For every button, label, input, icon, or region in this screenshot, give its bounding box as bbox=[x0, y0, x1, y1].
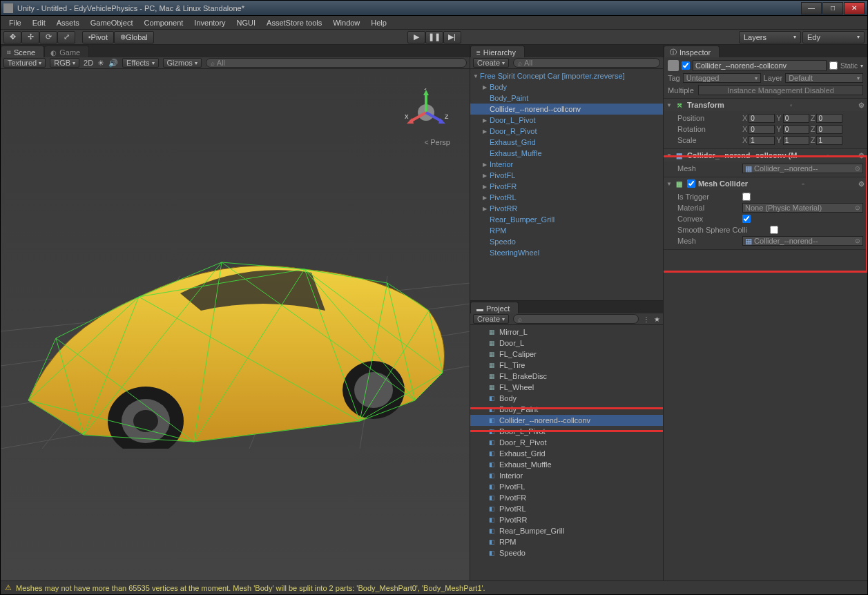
project-item[interactable]: ◧PivotRR bbox=[470, 514, 663, 525]
close-button[interactable]: ✕ bbox=[844, 2, 865, 14]
hierarchy-item[interactable]: RPM bbox=[470, 225, 663, 236]
scale-tool[interactable]: ⤢ bbox=[57, 31, 75, 43]
smooth-checkbox[interactable] bbox=[770, 226, 778, 234]
projection-label[interactable]: < Persp bbox=[425, 138, 450, 146]
project-item[interactable]: ◧Exhaust_Muffle bbox=[470, 459, 663, 470]
hierarchy-item[interactable]: Exhaust_Muffle bbox=[470, 148, 663, 159]
layers-dropdown[interactable]: Layers bbox=[739, 31, 801, 43]
2d-toggle[interactable]: 2D bbox=[84, 59, 93, 67]
hierarchy-search[interactable]: All bbox=[513, 58, 660, 68]
hierarchy-root[interactable]: ▼Free Spirit Concept Car [importer.zreve… bbox=[470, 70, 663, 81]
hierarchy-create[interactable]: Create bbox=[473, 58, 509, 68]
project-item[interactable]: ◧Body bbox=[470, 393, 663, 404]
tab-game[interactable]: ◐Game bbox=[44, 46, 89, 57]
project-item[interactable]: ◧Interior bbox=[470, 470, 663, 481]
hierarchy-item[interactable]: Collider_--norend--collconv bbox=[470, 104, 663, 115]
gizmos-dropdown[interactable]: Gizmos bbox=[163, 58, 202, 68]
menu-gameobject[interactable]: GameObject bbox=[86, 17, 137, 28]
project-item[interactable]: ◧Speedo bbox=[470, 547, 663, 558]
hierarchy-item[interactable]: ▶PivotFL bbox=[470, 170, 663, 181]
meshcollider-enabled[interactable] bbox=[687, 179, 695, 188]
hierarchy-item[interactable]: Speedo bbox=[470, 236, 663, 247]
active-checkbox[interactable] bbox=[682, 61, 690, 70]
hierarchy-item[interactable]: ▶Interior bbox=[470, 159, 663, 170]
play-button[interactable]: ▶ bbox=[407, 31, 425, 43]
hierarchy-item[interactable]: Body_Paint bbox=[470, 92, 663, 104]
titlebar[interactable]: Unity - Untitled - EdyVehiclePhysics - P… bbox=[1, 1, 867, 16]
statusbar[interactable]: ⚠ Meshes may not have more than 65535 ve… bbox=[1, 581, 867, 594]
menu-inventory[interactable]: Inventory bbox=[190, 17, 229, 28]
menu-ngui[interactable]: NGUI bbox=[233, 17, 260, 28]
gameobject-icon[interactable] bbox=[668, 60, 679, 71]
scene-view[interactable]: y x z < Persp bbox=[1, 69, 470, 581]
pos-x[interactable] bbox=[749, 114, 775, 123]
menu-file[interactable]: File bbox=[5, 17, 26, 28]
rot-x[interactable] bbox=[749, 125, 775, 134]
gear-icon[interactable]: ⚙ bbox=[858, 101, 865, 109]
convex-checkbox[interactable] bbox=[742, 215, 751, 223]
help-icon[interactable]: ▫ bbox=[827, 152, 829, 159]
project-list[interactable]: ▦Mirror_L▦Door_L▦FL_Caliper▦FL_Tire▦FL_B… bbox=[470, 325, 663, 581]
project-item[interactable]: ◧PivotRL bbox=[470, 503, 663, 514]
menu-window[interactable]: Window bbox=[329, 17, 364, 28]
orientation-gizmo[interactable]: y x z bbox=[402, 88, 450, 137]
menu-component[interactable]: Component bbox=[139, 17, 187, 28]
step-button[interactable]: ▶| bbox=[443, 31, 461, 43]
hierarchy-list[interactable]: ▼Free Spirit Concept Car [importer.zreve… bbox=[470, 69, 663, 300]
light-toggle[interactable]: ☀ bbox=[97, 59, 104, 68]
project-item[interactable]: ◧Door_R_Pivot bbox=[470, 437, 663, 448]
project-item[interactable]: ▦FL_Caliper bbox=[470, 349, 663, 360]
scene-search[interactable]: All bbox=[206, 58, 467, 68]
project-item[interactable]: ▦FL_Tire bbox=[470, 360, 663, 371]
project-item[interactable]: ▦FL_Wheel bbox=[470, 382, 663, 393]
gear-icon[interactable]: ⚙ bbox=[858, 152, 865, 159]
rot-y[interactable] bbox=[783, 125, 809, 134]
effects-dropdown[interactable]: Effects bbox=[122, 58, 158, 68]
mesh-field[interactable]: ▦Collider_--norend-- bbox=[742, 164, 863, 173]
project-item[interactable]: ▦Door_L bbox=[470, 338, 663, 349]
pause-button[interactable]: ❚❚ bbox=[425, 31, 443, 43]
hierarchy-item[interactable]: SteeringWheel bbox=[470, 247, 663, 258]
tab-scene[interactable]: ⌗Scene bbox=[1, 46, 44, 57]
project-item[interactable]: ◧Rear_Bumper_Grill bbox=[470, 525, 663, 536]
render-dropdown[interactable]: RGB bbox=[50, 58, 79, 68]
project-create[interactable]: Create bbox=[473, 314, 509, 324]
scale-z[interactable] bbox=[816, 136, 842, 145]
shading-dropdown[interactable]: Textured bbox=[3, 58, 46, 68]
name-field[interactable] bbox=[693, 60, 827, 71]
project-item[interactable]: ◧Door_L_Pivot bbox=[470, 426, 663, 437]
menu-help[interactable]: Help bbox=[367, 17, 391, 28]
meshfilter-header[interactable]: ▼ ▦ Collider_--norend--collconv (M ▫ ⚙ bbox=[664, 149, 867, 162]
project-item[interactable]: ▦FL_BrakeDisc bbox=[470, 371, 663, 382]
menu-assets[interactable]: Assets bbox=[52, 17, 84, 28]
hierarchy-item[interactable]: ▶Door_L_Pivot bbox=[470, 115, 663, 126]
tab-inspector[interactable]: ⓘInspector bbox=[664, 46, 720, 57]
pos-z[interactable] bbox=[816, 114, 842, 123]
tab-hierarchy[interactable]: ≡Hierarchy bbox=[470, 46, 525, 57]
help-icon[interactable]: ▫ bbox=[790, 101, 793, 109]
static-checkbox[interactable] bbox=[829, 61, 838, 70]
gear-icon[interactable]: ⚙ bbox=[858, 180, 865, 188]
hierarchy-item[interactable]: ▶PivotRR bbox=[470, 203, 663, 214]
scale-x[interactable] bbox=[749, 136, 775, 145]
hierarchy-item[interactable]: ▶Body bbox=[470, 81, 663, 92]
global-toggle[interactable]: ⊕ Global bbox=[114, 31, 154, 43]
hierarchy-item[interactable]: ▶PivotRL bbox=[470, 192, 663, 203]
transform-header[interactable]: ▼ ⤧ Transform ▫ ⚙ bbox=[664, 99, 867, 111]
project-search[interactable] bbox=[513, 314, 639, 324]
static-dropdown-icon[interactable]: ▾ bbox=[860, 63, 863, 69]
layout-dropdown[interactable]: Edy bbox=[802, 31, 865, 43]
project-item[interactable]: ▦Mirror_L bbox=[470, 326, 663, 338]
collmesh-field[interactable]: ▦Collider_--norend-- bbox=[742, 236, 863, 246]
rot-z[interactable] bbox=[816, 125, 842, 134]
scale-y[interactable] bbox=[783, 136, 809, 145]
menu-edit[interactable]: Edit bbox=[28, 17, 50, 28]
hierarchy-item[interactable]: ▶Door_R_Pivot bbox=[470, 126, 663, 137]
help-icon[interactable]: ▫ bbox=[802, 180, 804, 188]
hand-tool[interactable]: ✥ bbox=[3, 31, 21, 43]
istrigger-checkbox[interactable] bbox=[742, 193, 751, 201]
project-item[interactable]: ◧PivotFL bbox=[470, 481, 663, 492]
project-item[interactable]: ◧RPM bbox=[470, 536, 663, 547]
audio-toggle[interactable]: 🔊 bbox=[108, 59, 118, 68]
project-item[interactable]: ◧Exhaust_Grid bbox=[470, 448, 663, 459]
